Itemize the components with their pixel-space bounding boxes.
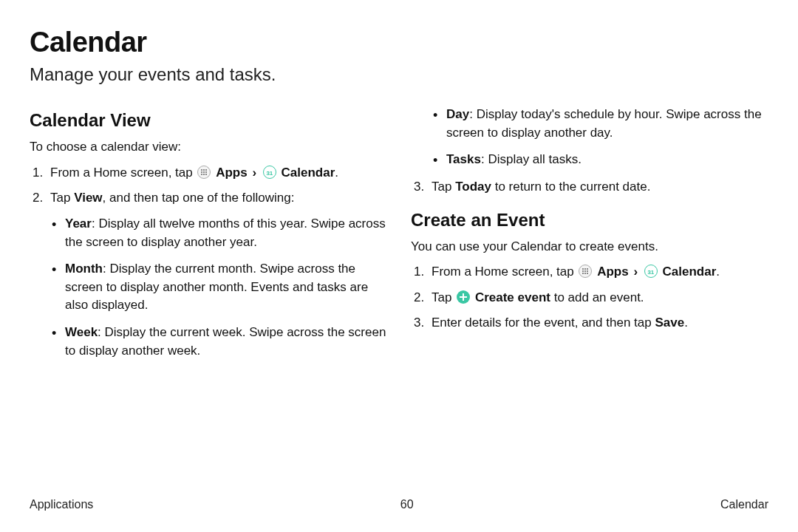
bullet-week-desc: : Display the current week. Swipe across… [65, 325, 386, 358]
event-step-1: 1. From a Home screen, tap Apps › Calend… [411, 263, 768, 282]
step-1: 1. From a Home screen, tap Apps › Calend… [30, 164, 387, 183]
bullet-tasks-desc: : Display all tasks. [481, 152, 582, 166]
bullet-week-term: Week [65, 325, 98, 339]
apps-icon [579, 265, 592, 278]
step-1-text-pre: From a Home screen, tap [50, 166, 196, 180]
step-2-text-post: , and then tap one of the following: [103, 191, 295, 205]
event-step-3-post: . [684, 316, 688, 330]
heading-calendar-view: Calendar View [30, 110, 387, 131]
page-footer: Applications 60 Calendar [30, 498, 768, 511]
bullet-month: Month: Display the current month. Swipe … [30, 260, 387, 315]
left-column: Calendar View To choose a calendar view:… [30, 106, 387, 532]
event-step-2: 2. Tap Create event to add an event. [411, 289, 768, 307]
footer-right: Calendar [720, 498, 768, 511]
bullet-week: Week: Display the current week. Swipe ac… [30, 324, 387, 360]
bullet-year: Year: Display all twelve months of this … [30, 215, 387, 251]
step-3-text-post: to return to the current date. [491, 180, 650, 194]
event-step-1-pre: From a Home screen, tap [432, 265, 577, 279]
view-label: View [74, 191, 102, 205]
step-3-text-pre: Tap [432, 180, 455, 194]
bullet-month-desc: : Display the current month. Swipe acros… [65, 262, 368, 312]
plus-icon [457, 290, 470, 304]
event-step-2-post: to add an event. [550, 290, 644, 304]
calendar-label: Calendar [282, 166, 335, 180]
calendar-icon [263, 166, 276, 179]
step-3: 3. Tap Today to return to the current da… [411, 178, 768, 197]
bullet-year-desc: : Display all twelve months of this year… [65, 216, 386, 249]
bullet-day-desc: : Display today's schedule by hour. Swip… [446, 107, 762, 140]
chevron-right-icon: › [250, 166, 258, 180]
chevron-right-icon: › [632, 265, 639, 279]
apps-icon [197, 166, 211, 179]
bullet-tasks: Tasks: Display all tasks. [411, 151, 768, 169]
intro-text: To choose a calendar view: [30, 138, 387, 157]
event-step-3: 3. Enter details for the event, and then… [411, 314, 768, 332]
bullet-day: Day: Display today's schedule by hour. S… [411, 106, 768, 142]
apps-label: Apps [216, 166, 248, 180]
right-column: Day: Display today's schedule by hour. S… [411, 106, 768, 532]
bullet-day-term: Day [446, 107, 469, 121]
footer-page-number: 60 [400, 498, 414, 511]
today-label: Today [455, 180, 491, 194]
event-step-3-pre: Enter details for the event, and then ta… [432, 316, 655, 330]
event-step-2-pre: Tap [432, 290, 455, 304]
save-label: Save [655, 316, 684, 330]
intro-create-event: You can use your Calendar to create even… [411, 238, 768, 256]
footer-left: Applications [30, 498, 93, 511]
bullet-year-term: Year [65, 216, 92, 231]
apps-label-2: Apps [597, 265, 629, 279]
step-2-text-pre: Tap [50, 191, 74, 205]
heading-create-event: Create an Event [411, 210, 768, 231]
step-1-text-post: . [335, 166, 338, 180]
create-event-label: Create event [475, 290, 550, 304]
calendar-label-2: Calendar [663, 265, 717, 279]
page-title: Calendar [30, 27, 768, 58]
calendar-icon [644, 265, 658, 278]
bullet-tasks-term: Tasks [446, 152, 481, 166]
page-subtitle: Manage your events and tasks. [30, 64, 768, 85]
step-2: 2. Tap View, and then tap one of the fol… [30, 189, 387, 208]
bullet-month-term: Month [65, 262, 103, 276]
